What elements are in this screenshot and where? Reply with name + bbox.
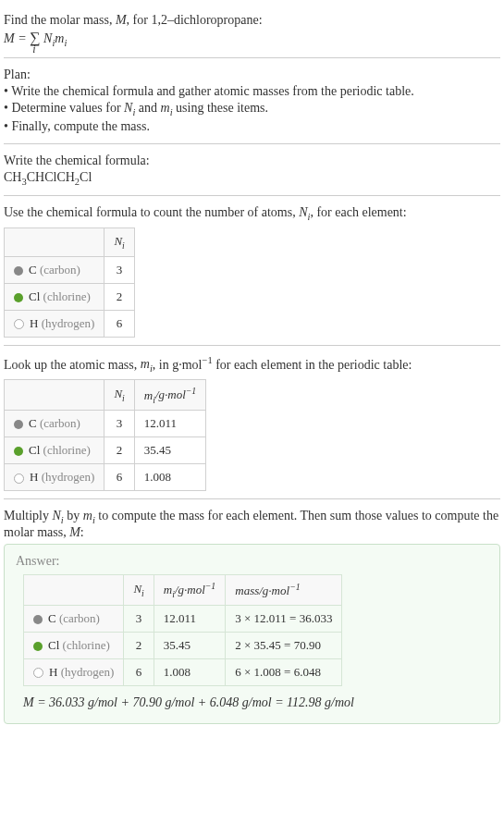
element-cell: C (carbon) <box>5 411 104 437</box>
N-cell: 6 <box>104 464 134 491</box>
element-dot-icon <box>14 319 24 329</box>
element-dot-icon <box>14 420 23 429</box>
element-sym: C <box>29 416 37 430</box>
sigma-icon: ∑i <box>30 30 40 46</box>
m-cell: 12.011 <box>154 605 225 632</box>
var-Ni: Ni <box>53 509 64 522</box>
intro-text2: , for 1,2–dichloropropane: <box>127 13 263 27</box>
element-sym: H <box>49 665 57 679</box>
lookup-heading-mid: , in g·mol <box>153 357 203 371</box>
plan-bullet1: • Write the chemical formula and gather … <box>4 84 500 99</box>
N-cell: 6 <box>104 310 134 337</box>
table-row: H (hydrogen) 6 1.008 6 × 1.008 = 6.048 <box>24 658 342 685</box>
plan-b2-mid: and <box>135 101 160 115</box>
table-header-row: Ni <box>5 228 135 257</box>
col-N-sym: N <box>133 582 141 596</box>
element-sym: Cl <box>29 443 40 457</box>
eq-lhs: M <box>4 31 15 45</box>
element-cell: Cl (chlorine) <box>5 283 104 310</box>
var-M: M <box>116 13 127 27</box>
intro-line1: Find the molar mass, M, for 1,2–dichloro… <box>4 13 500 28</box>
col-element <box>24 574 124 605</box>
col-mi: mi/g·mol−1 <box>154 574 225 605</box>
element-dot-icon <box>14 266 23 276</box>
chemical-formula: CH3CHClCH2Cl <box>4 170 500 187</box>
eq-m: m <box>55 31 64 45</box>
plan-bullet2: • Determine values for Ni and mi using t… <box>4 101 500 117</box>
count-heading: Use the chemical formula to count the nu… <box>4 205 500 222</box>
element-cell: Cl (chlorine) <box>5 437 104 464</box>
var-mi: mi <box>161 101 173 115</box>
multiply-section: Multiply Ni by mi to compute the mass fo… <box>4 499 500 732</box>
mass-cell: 3 × 12.011 = 36.033 <box>226 605 342 632</box>
table-row: C (carbon) 3 12.011 <box>5 411 206 437</box>
mult-h-pre: Multiply <box>4 509 53 522</box>
col-Ni: Ni <box>124 574 154 605</box>
element-dot-icon <box>14 293 23 302</box>
m-cell: 35.45 <box>154 632 225 658</box>
element-name: (carbon) <box>40 416 80 430</box>
formula-section: Write the chemical formula: CH3CHClCH2Cl <box>4 144 500 197</box>
table-header-row: Ni mi/g·mol−1 mass/g·mol−1 <box>24 574 342 605</box>
col-m-unit: /g·mol <box>175 583 205 596</box>
table-row: Cl (chlorine) 2 <box>5 283 135 310</box>
col-Ni: Ni <box>104 228 134 257</box>
table-row: Cl (chlorine) 2 35.45 2 × 35.45 = 70.90 <box>24 632 342 658</box>
element-name: (chlorine) <box>43 289 91 303</box>
eq-N: N <box>43 31 52 45</box>
N-cell: 2 <box>104 283 134 310</box>
count-table: Ni C (carbon) 3 Cl (chlorine) 2 H (hydro… <box>4 227 135 338</box>
element-sym: Cl <box>29 289 40 303</box>
answer-label: Answer: <box>16 554 488 569</box>
m-cell: 1.008 <box>134 464 205 491</box>
col-mi: mi/g·mol−1 <box>134 380 205 411</box>
plan-bullet3: • Finally, compute the mass. <box>4 119 500 134</box>
lookup-heading-pre: Look up the atomic mass, <box>4 357 141 371</box>
chem-part: Cl <box>80 170 92 184</box>
element-cell: Cl (chlorine) <box>24 632 124 658</box>
chem-part: CH <box>4 170 21 184</box>
lookup-section: Look up the atomic mass, mi, in g·mol−1 … <box>4 346 500 499</box>
element-name: (hydrogen) <box>61 665 115 679</box>
exp-neg1: −1 <box>202 355 212 365</box>
m-cell: 35.45 <box>134 437 205 464</box>
multiply-heading: Multiply Ni by mi to compute the mass fo… <box>4 509 500 540</box>
element-dot-icon <box>14 473 24 484</box>
plan-b2-post: using these items. <box>173 101 268 115</box>
col-mass-label: mass/g·mol <box>235 584 289 597</box>
element-dot-icon <box>33 642 43 651</box>
mult-h-mid: by <box>64 509 83 522</box>
eq-Ni: Nimi <box>43 31 67 45</box>
N-cell: 6 <box>124 658 154 685</box>
table-row: H (hydrogen) 6 <box>5 310 135 337</box>
sum-index: i <box>32 43 35 56</box>
element-cell: H (hydrogen) <box>24 658 124 685</box>
eq-m-sub: i <box>64 38 67 48</box>
element-name: (chlorine) <box>63 638 110 652</box>
col-m-sym: m <box>144 388 153 402</box>
element-name: (hydrogen) <box>42 316 95 330</box>
var-Ni: Ni <box>299 205 310 219</box>
element-dot-icon <box>33 668 43 678</box>
mass-cell: 6 × 1.008 = 6.048 <box>226 658 342 685</box>
N-cell: 2 <box>104 437 134 464</box>
element-sym: H <box>30 470 38 484</box>
N-cell: 2 <box>124 632 154 658</box>
mult-h-post: : <box>80 525 84 539</box>
plan-section: Plan: • Write the chemical formula and g… <box>4 58 500 144</box>
var-Ni: Ni <box>124 101 135 115</box>
count-heading-pre: Use the chemical formula to count the nu… <box>4 205 299 219</box>
formula-heading: Write the chemical formula: <box>4 154 500 168</box>
plan-b2-pre: • Determine values for <box>4 101 124 115</box>
element-cell: H (hydrogen) <box>5 310 104 337</box>
element-name: (carbon) <box>40 263 80 277</box>
col-m-sym: m <box>164 583 172 596</box>
intro-text: Find the molar mass, <box>4 13 116 27</box>
table-row: H (hydrogen) 6 1.008 <box>5 464 206 491</box>
m-cell: 12.011 <box>134 411 205 437</box>
table-header-row: Ni mi/g·mol−1 <box>5 380 206 411</box>
element-name: (chlorine) <box>43 443 91 457</box>
element-cell: C (carbon) <box>24 605 124 632</box>
count-heading-post: , for each element: <box>310 205 406 219</box>
col-element <box>5 228 104 257</box>
